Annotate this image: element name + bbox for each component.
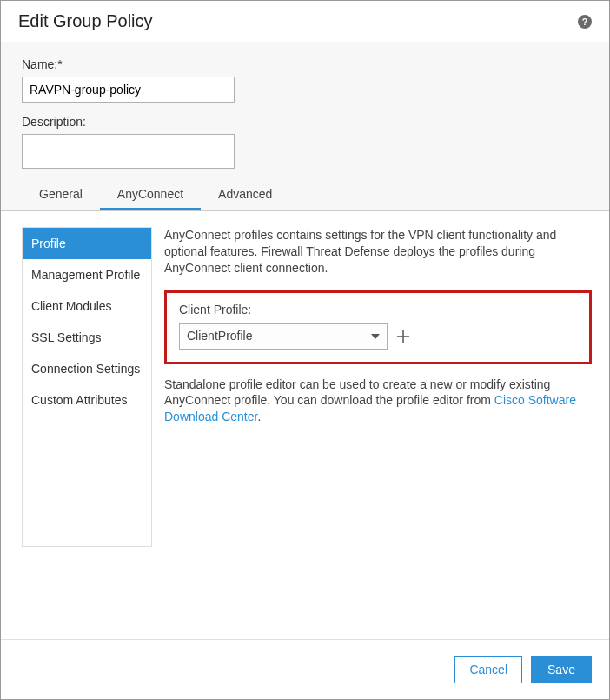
help-icon[interactable]: ? (578, 15, 592, 29)
side-nav: Profile Management Profile Client Module… (22, 227, 152, 547)
chevron-down-icon (371, 334, 380, 339)
client-profile-select[interactable]: ClientProfile (179, 323, 388, 350)
page-title: Edit Group Policy (18, 11, 153, 31)
client-profile-value: ClientProfile (187, 328, 252, 344)
footnote: Standalone profile editor can be used to… (164, 377, 592, 426)
sidebar-item-connection-settings[interactable]: Connection Settings (23, 353, 151, 384)
sidebar-item-management-profile[interactable]: Management Profile (23, 259, 151, 290)
add-profile-button[interactable] (395, 328, 412, 345)
sidebar-item-client-modules[interactable]: Client Modules (23, 290, 151, 322)
name-label: Name:* (22, 57, 588, 71)
footnote-text-after: . (257, 410, 261, 423)
save-button[interactable]: Save (531, 656, 592, 683)
tab-general[interactable]: General (22, 178, 100, 210)
sidebar-item-profile[interactable]: Profile (23, 228, 151, 259)
profile-description: AnyConnect profiles contains settings fo… (164, 227, 592, 277)
description-input[interactable] (22, 134, 235, 169)
cancel-button[interactable]: Cancel (454, 656, 522, 683)
highlight-box: Client Profile: ClientProfile (164, 290, 592, 364)
tab-bar: General AnyConnect Advanced (1, 178, 609, 211)
tab-advanced[interactable]: Advanced (201, 178, 289, 210)
client-profile-label: Client Profile: (179, 302, 577, 318)
sidebar-item-custom-attributes[interactable]: Custom Attributes (23, 384, 151, 416)
footnote-text-before: Standalone profile editor can be used to… (164, 377, 550, 408)
plus-icon (395, 328, 412, 345)
name-input[interactable] (22, 77, 235, 103)
sidebar-item-ssl-settings[interactable]: SSL Settings (23, 322, 151, 353)
description-label: Description: (22, 115, 588, 129)
tab-anyconnect[interactable]: AnyConnect (100, 178, 201, 210)
